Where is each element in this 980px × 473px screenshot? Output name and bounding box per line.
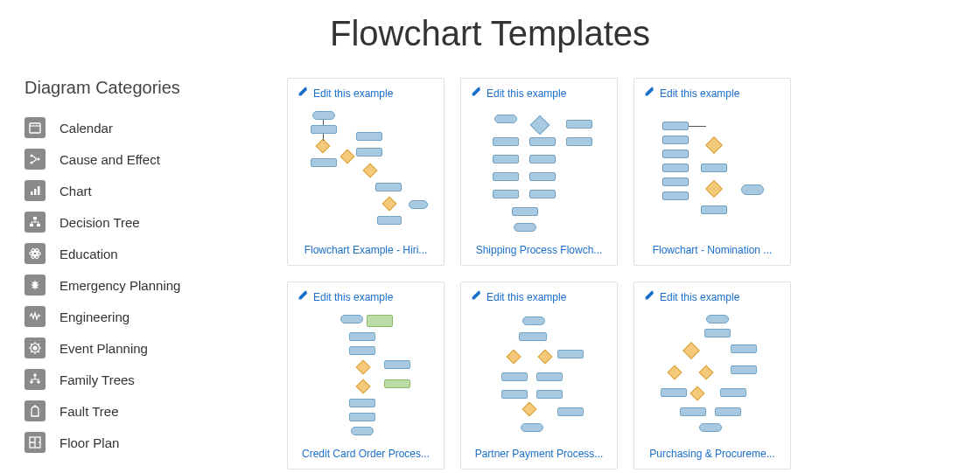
edit-label: Edit this example [313,87,393,100]
sidebar-item-label: Emergency Planning [60,278,180,293]
svg-rect-6 [34,189,37,195]
svg-point-17 [33,373,37,377]
sidebar-item-label: Education [60,247,118,261]
sidebar-item-education[interactable]: Education [24,238,270,269]
svg-rect-8 [33,217,37,219]
template-title[interactable]: Purchasing & Procureme... [643,448,781,460]
sidebar-item-family-trees[interactable]: Family Trees [24,364,270,395]
svg-point-19 [37,380,40,384]
pencil-icon [643,86,655,101]
sidebar-item-engineering[interactable]: Engineering [24,301,270,332]
template-thumbnail[interactable] [643,106,781,237]
svg-point-16 [33,346,37,350]
sidebar-item-label: Event Planning [60,341,148,356]
template-thumbnail[interactable] [470,106,608,237]
calendar-icon [24,117,46,138]
sidebar-item-decision-tree[interactable]: Decision Tree [24,206,270,238]
svg-point-18 [30,380,33,384]
sidebar: Diagram Categories Calendar Cause and Ef… [24,78,270,470]
sidebar-item-label: Family Trees [60,372,135,387]
edit-example-link[interactable]: Edit this example [470,86,608,101]
chart-icon [24,180,46,201]
template-thumbnail[interactable] [470,310,608,441]
sidebar-item-calendar[interactable]: Calendar [24,112,270,143]
engineering-icon [24,306,46,327]
sidebar-item-label: Floor Plan [60,435,119,450]
sidebar-item-floor-plan[interactable]: Floor Plan [24,427,270,458]
sidebar-item-label: Chart [60,184,92,198]
svg-rect-7 [38,186,40,195]
edit-label: Edit this example [486,87,566,100]
template-thumbnail[interactable] [297,106,435,237]
pencil-icon [297,289,309,304]
template-title[interactable]: Partner Payment Process... [470,448,608,460]
svg-rect-10 [37,224,40,226]
template-card: Edit this example [460,78,618,266]
sidebar-item-cause-effect[interactable]: Cause and Effect [24,143,270,175]
sidebar-item-event[interactable]: Event Planning [24,332,270,364]
sidebar-item-emergency[interactable]: Emergency Planning [24,269,270,301]
sidebar-item-label: Decision Tree [60,215,140,230]
floor-plan-icon [24,432,46,453]
edit-label: Edit this example [660,291,739,303]
edit-example-link[interactable]: Edit this example [297,86,435,101]
pencil-icon [643,289,655,304]
page-title: Flowchart Templates [0,14,980,53]
pencil-icon [470,86,482,101]
sidebar-item-label: Engineering [60,310,130,324]
sidebar-item-fault-tree[interactable]: Fault Tree [24,395,270,427]
template-thumbnail[interactable] [643,310,781,441]
edit-label: Edit this example [313,291,393,303]
decision-tree-icon [24,212,46,233]
svg-rect-9 [30,224,33,226]
edit-example-link[interactable]: Edit this example [643,289,781,304]
sidebar-item-label: Cause and Effect [60,152,160,167]
edit-label: Edit this example [660,87,739,100]
pencil-icon [470,289,482,304]
template-title[interactable]: Flowchart - Nomination ... [643,244,781,256]
template-card: Edit this example Flowchart - Nom [634,78,791,266]
template-title[interactable]: Credit Card Order Proces... [297,448,435,460]
sidebar-title: Diagram Categories [24,78,270,98]
template-thumbnail[interactable] [297,310,435,441]
education-icon [24,243,46,264]
sidebar-item-label: Fault Tree [60,404,119,419]
sidebar-item-chart[interactable]: Chart [24,175,270,206]
fault-tree-icon [24,400,46,421]
svg-rect-5 [31,191,33,195]
pencil-icon [297,86,309,101]
event-icon [24,337,46,358]
emergency-icon [24,275,46,296]
template-title[interactable]: Flowchart Example - Hiri... [297,244,435,256]
template-title[interactable]: Shipping Process Flowch... [470,244,608,256]
edit-example-link[interactable]: Edit this example [643,86,781,101]
sidebar-item-label: Calendar [60,121,113,136]
template-card: Edit this example Credit Card Order Proc… [287,282,444,470]
edit-label: Edit this example [486,291,566,303]
svg-point-4 [38,158,40,161]
family-tree-icon [24,369,46,390]
edit-example-link[interactable]: Edit this example [470,289,608,304]
cause-effect-icon [24,149,46,170]
template-card: Edit this example [287,78,444,266]
template-card: Edit this example Purc [634,282,791,470]
template-card: Edit this example Partner Payment [460,282,618,470]
svg-rect-0 [30,123,40,133]
edit-example-link[interactable]: Edit this example [297,289,435,304]
template-grid: Edit this example [287,78,962,470]
template-grid-container: Edit this example [270,78,962,470]
category-list: Calendar Cause and Effect Chart Decision… [24,112,270,458]
